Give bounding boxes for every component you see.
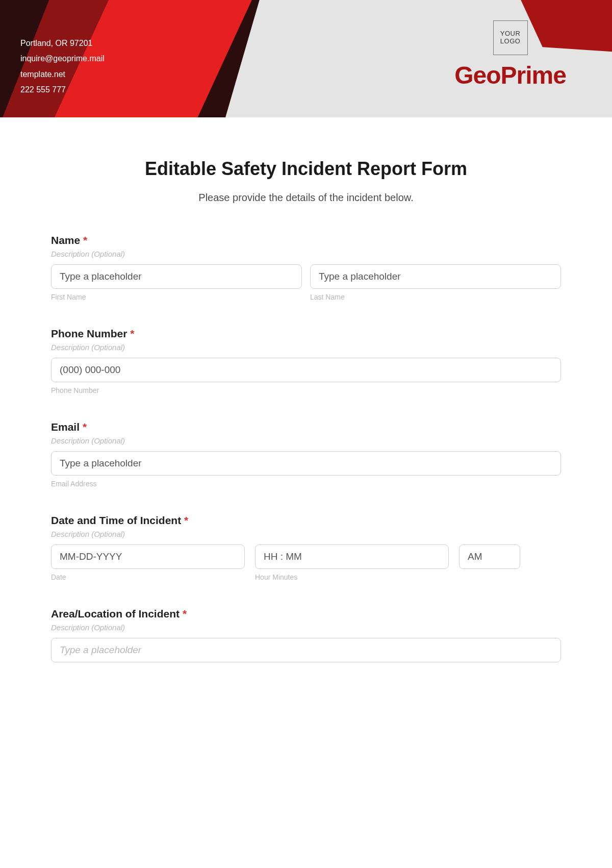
- datetime-desc: Description (Optional): [51, 530, 561, 538]
- phone-sublabel: Phone Number: [51, 386, 561, 394]
- email-input[interactable]: [51, 451, 561, 476]
- email-sublabel: Email Address: [51, 480, 561, 488]
- area-label-text: Area/Location of Incident: [51, 608, 180, 619]
- logo-line2: LOGO: [500, 38, 521, 45]
- field-email: Email * Description (Optional) Email Add…: [51, 421, 561, 488]
- contact-line-email: inquire@geoprime.mail: [20, 51, 105, 66]
- logo-placeholder: YOUR LOGO: [493, 20, 528, 55]
- email-label: Email *: [51, 421, 561, 433]
- datetime-label: Date and Time of Incident *: [51, 514, 561, 527]
- date-input[interactable]: [51, 544, 245, 569]
- area-input[interactable]: [51, 638, 561, 662]
- ampm-input[interactable]: [459, 544, 520, 569]
- form-title: Editable Safety Incident Report Form: [51, 158, 561, 180]
- brand-block: YOUR LOGO GeoPrime: [454, 20, 566, 89]
- form-page: Editable Safety Incident Report Form Ple…: [0, 117, 612, 709]
- last-name-sublabel: Last Name: [310, 293, 561, 301]
- required-asterisk: *: [130, 328, 134, 339]
- date-sublabel: Date: [51, 573, 245, 581]
- brand-name: GeoPrime: [454, 61, 566, 89]
- first-name-input[interactable]: [51, 264, 302, 289]
- phone-desc: Description (Optional): [51, 343, 561, 352]
- time-input[interactable]: [255, 544, 449, 569]
- time-sublabel: Hour Minutes: [255, 573, 449, 581]
- contact-info: Portland, OR 97201 inquire@geoprime.mail…: [20, 20, 105, 98]
- field-area: Area/Location of Incident * Description …: [51, 608, 561, 662]
- field-name: Name * Description (Optional) First Name…: [51, 234, 561, 301]
- email-label-text: Email: [51, 421, 80, 433]
- phone-label: Phone Number *: [51, 328, 561, 340]
- area-label: Area/Location of Incident *: [51, 608, 561, 620]
- area-desc: Description (Optional): [51, 623, 561, 632]
- phone-label-text: Phone Number: [51, 328, 127, 339]
- required-asterisk: *: [183, 608, 187, 619]
- required-asterisk: *: [83, 234, 87, 246]
- last-name-input[interactable]: [310, 264, 561, 289]
- name-label: Name *: [51, 234, 561, 246]
- email-desc: Description (Optional): [51, 436, 561, 445]
- header-banner: Portland, OR 97201 inquire@geoprime.mail…: [0, 0, 612, 117]
- name-desc: Description (Optional): [51, 250, 561, 258]
- contact-line-address: Portland, OR 97201: [20, 36, 105, 51]
- contact-line-phone: 222 555 777: [20, 82, 105, 97]
- required-asterisk: *: [184, 514, 188, 526]
- datetime-label-text: Date and Time of Incident: [51, 514, 181, 526]
- logo-line1: YOUR: [500, 30, 521, 38]
- first-name-sublabel: First Name: [51, 293, 302, 301]
- name-label-text: Name: [51, 234, 80, 246]
- contact-line-site: template.net: [20, 67, 105, 82]
- phone-input[interactable]: [51, 358, 561, 382]
- field-phone: Phone Number * Description (Optional) Ph…: [51, 328, 561, 394]
- form-subtitle: Please provide the details of the incide…: [51, 192, 561, 204]
- required-asterisk: *: [83, 421, 87, 433]
- field-datetime: Date and Time of Incident * Description …: [51, 514, 561, 581]
